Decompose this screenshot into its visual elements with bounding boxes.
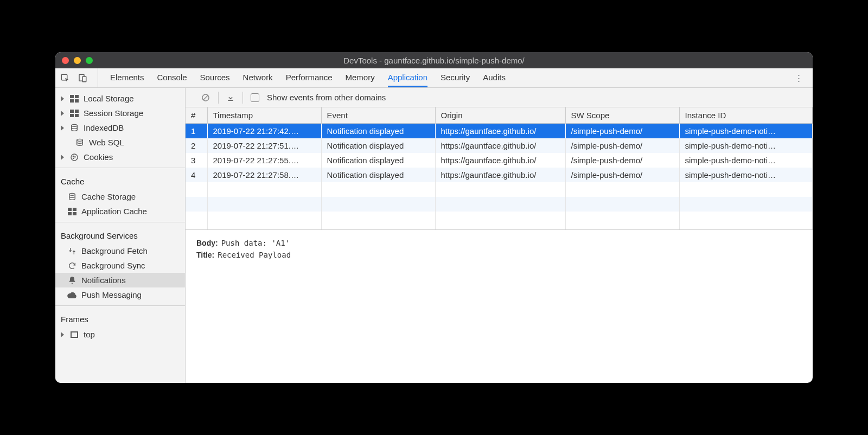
cell-iid: simple-push-demo-noti…: [679, 138, 813, 153]
table-row-empty: [186, 182, 813, 197]
cell-n: 1: [186, 124, 207, 139]
svg-point-14: [73, 156, 73, 156]
maximize-button[interactable]: [86, 57, 93, 64]
svg-rect-5: [70, 99, 74, 103]
col-origin[interactable]: Origin: [435, 107, 565, 124]
cell-event: Notification displayed: [321, 168, 435, 182]
sidebar-item-label: Push Messaging: [81, 290, 142, 299]
detail-body-label: Body:: [196, 239, 218, 247]
sidebar-bg-background-sync[interactable]: Background Sync: [55, 258, 185, 273]
svg-rect-22: [71, 332, 78, 337]
sidebar-storage-local-storage[interactable]: Local Storage: [55, 91, 185, 106]
table-row[interactable]: 22019-07-22 21:27:51.…Notification displ…: [186, 138, 813, 153]
tab-application[interactable]: Application: [388, 68, 427, 87]
inspect-icon[interactable]: [60, 73, 71, 84]
cell-event: Notification displayed: [321, 153, 435, 168]
main-panel: Show events from other domains #Timestam…: [186, 88, 813, 383]
tab-performance[interactable]: Performance: [286, 68, 333, 87]
detail-title-label: Title:: [196, 251, 214, 259]
expand-arrow-icon: [61, 111, 64, 116]
tab-memory[interactable]: Memory: [346, 68, 375, 87]
download-button[interactable]: [226, 93, 235, 102]
expand-arrow-icon: [61, 125, 64, 131]
main-tabs: ElementsConsoleSourcesNetworkPerformance…: [55, 68, 813, 88]
more-menu-icon[interactable]: ⋮: [789, 73, 808, 83]
device-toggle-icon[interactable]: [77, 73, 88, 84]
svg-rect-7: [70, 110, 74, 113]
sidebar-storage-cookies[interactable]: Cookies: [55, 150, 185, 164]
sidebar-cache-application-cache[interactable]: Application Cache: [55, 204, 185, 219]
sidebar-item-label: Cookies: [84, 152, 113, 162]
table-row[interactable]: 12019-07-22 21:27:42.…Notification displ…: [186, 124, 813, 139]
col-instance-id[interactable]: Instance ID: [679, 107, 813, 124]
svg-rect-25: [228, 100, 233, 100]
tab-network[interactable]: Network: [243, 68, 273, 87]
group-bg-services: Background Services: [55, 226, 185, 244]
detail-title-value: Received Payload: [218, 251, 291, 259]
sidebar-item-label: Background Fetch: [81, 246, 148, 255]
sidebar-item-label: Application Cache: [81, 207, 147, 216]
sidebar-item-label: IndexedDB: [84, 123, 124, 132]
show-other-domains-checkbox[interactable]: [251, 93, 259, 102]
svg-rect-2: [82, 76, 86, 82]
cell-ts: 2019-07-22 21:27:42.…: [207, 124, 321, 139]
sidebar-storage-indexeddb[interactable]: IndexedDB: [55, 120, 185, 135]
sidebar-item-label: Notifications: [81, 276, 126, 285]
minimize-button[interactable]: [74, 57, 81, 64]
cell-origin: https://gauntface.github.io/: [435, 168, 565, 182]
tab-sources[interactable]: Sources: [200, 68, 230, 87]
cell-ts: 2019-07-22 21:27:51.…: [207, 138, 321, 153]
close-button[interactable]: [62, 57, 69, 64]
group-frames: Frames: [55, 309, 185, 327]
db-icon: [67, 193, 77, 201]
cell-n: 4: [186, 168, 207, 182]
cloud-icon: [67, 291, 77, 299]
tab-security[interactable]: Security: [441, 68, 470, 87]
svg-point-11: [72, 124, 78, 126]
tab-audits[interactable]: Audits: [483, 68, 506, 87]
table-row-empty: [186, 212, 813, 230]
sidebar-frames-top[interactable]: top: [55, 327, 185, 342]
table-row[interactable]: 42019-07-22 21:27:58.…Notification displ…: [186, 168, 813, 182]
col-sw-scope[interactable]: SW Scope: [565, 107, 679, 124]
db-icon: [69, 124, 79, 132]
sidebar-storage-web-sql[interactable]: Web SQL: [55, 135, 185, 150]
cell-ts: 2019-07-22 21:27:58.…: [207, 168, 321, 182]
sidebar-storage-session-storage[interactable]: Session Storage: [55, 106, 185, 120]
tab-elements[interactable]: Elements: [110, 68, 144, 87]
events-table: #TimestampEventOriginSW ScopeInstance ID…: [186, 107, 813, 230]
cell-iid: simple-push-demo-noti…: [679, 153, 813, 168]
clear-button[interactable]: [201, 93, 210, 103]
col--[interactable]: #: [186, 107, 207, 124]
table-row[interactable]: 32019-07-22 21:27:55.…Notification displ…: [186, 153, 813, 168]
svg-rect-19: [73, 208, 76, 211]
cell-scope: /simple-push-demo/: [565, 124, 679, 139]
col-timestamp[interactable]: Timestamp: [207, 107, 321, 124]
col-event[interactable]: Event: [321, 107, 435, 124]
group-cache: Cache: [55, 171, 185, 189]
sidebar-item-label: Web SQL: [89, 138, 124, 147]
sidebar-cache-cache-storage[interactable]: Cache Storage: [55, 189, 185, 204]
cell-scope: /simple-push-demo/: [565, 138, 679, 153]
cell-origin: https://gauntface.github.io/: [435, 153, 565, 168]
grid-icon: [67, 207, 77, 216]
cell-n: 3: [186, 153, 207, 168]
detail-body-value: Push data: 'A1': [221, 239, 290, 247]
sidebar-bg-background-fetch[interactable]: Background Fetch: [55, 244, 185, 258]
tab-console[interactable]: Console: [157, 68, 187, 87]
sidebar-bg-notifications[interactable]: Notifications: [55, 273, 185, 287]
svg-rect-21: [73, 212, 76, 215]
svg-rect-3: [70, 95, 74, 98]
sidebar: Local StorageSession StorageIndexedDBWeb…: [55, 88, 186, 383]
cell-iid: simple-push-demo-noti…: [679, 124, 813, 139]
svg-rect-8: [75, 110, 79, 113]
svg-rect-4: [75, 95, 79, 98]
sidebar-bg-push-messaging[interactable]: Push Messaging: [55, 287, 185, 302]
devtools-window: DevTools - gauntface.github.io/simple-pu…: [55, 52, 813, 383]
cell-origin: https://gauntface.github.io/: [435, 124, 565, 139]
cell-ts: 2019-07-22 21:27:55.…: [207, 153, 321, 168]
cell-scope: /simple-push-demo/: [565, 168, 679, 182]
svg-point-17: [69, 193, 75, 195]
sidebar-item-label: Cache Storage: [81, 192, 136, 201]
grid-icon: [69, 109, 79, 118]
